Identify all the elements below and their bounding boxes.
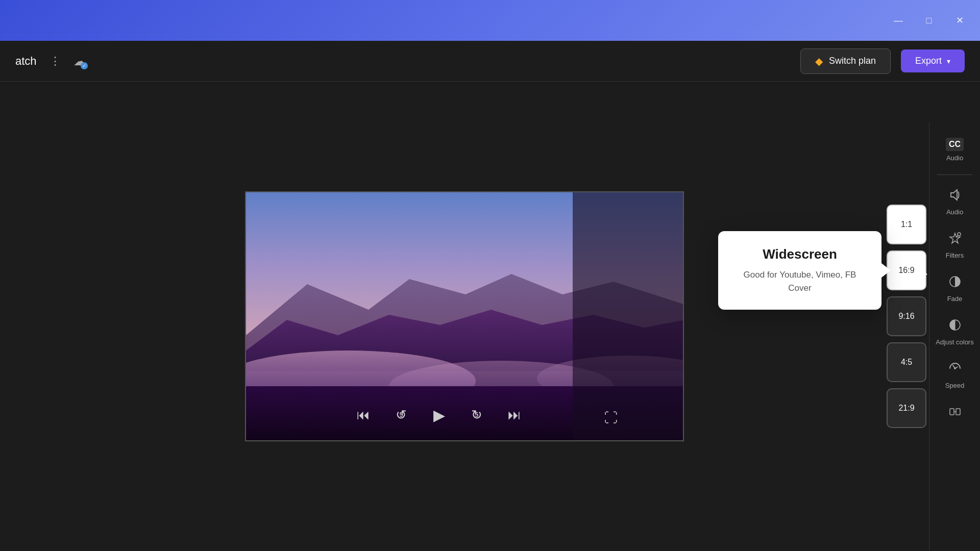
- aspect-ratio-4-5-button[interactable]: 4:5: [887, 342, 926, 382]
- menu-button[interactable]: ⋮: [47, 52, 63, 70]
- audio-label: Audio: [946, 208, 963, 216]
- switch-plan-button[interactable]: ◆ Switch plan: [800, 48, 891, 74]
- adjust-colors-label: Adjust colors: [936, 338, 973, 346]
- sidebar-item-fade[interactable]: Fade: [929, 269, 980, 308]
- playback-controls: ⏮ ↺ 5 ▶ ↻ 5 ⏭: [352, 404, 577, 426]
- sidebar-divider-1: [937, 174, 972, 175]
- aspect-ratio-1-1-label: 1:1: [901, 220, 912, 229]
- aspect-ratio-4-5-label: 4:5: [901, 358, 912, 367]
- close-button[interactable]: ✕: [949, 10, 970, 31]
- skip-forward-button[interactable]: ⏭: [503, 404, 526, 426]
- sidebar-item-audio[interactable]: Audio: [929, 183, 980, 221]
- adjust-colors-icon: [948, 318, 962, 335]
- captions-icon: CC: [946, 138, 964, 151]
- skip-back-button[interactable]: ⏮: [352, 404, 375, 426]
- maximize-button[interactable]: □: [919, 10, 939, 31]
- aspect-ratio-16-9-container: 16:9 Widescreen Good for Youtube, Vimeo,…: [887, 251, 926, 290]
- tooltip-arrow: [881, 263, 891, 278]
- app-container: atch ⋮ ☁ ✓ ◆ Switch plan Export ▾: [0, 41, 980, 551]
- more-icon: [948, 405, 962, 422]
- video-wrapper: ⏮ ↺ 5 ▶ ↻ 5 ⏭ ⛶: [245, 191, 684, 441]
- sidebar-item-speed[interactable]: Speed: [929, 356, 980, 394]
- main-content: ⏮ ↺ 5 ▶ ↻ 5 ⏭ ⛶ 1:1: [0, 82, 980, 551]
- tooltip-title: Widescreen: [736, 246, 864, 262]
- play-button[interactable]: ▶: [428, 404, 450, 426]
- aspect-ratio-panel: 1:1 16:9 Widescreen Good for Youtube, Vi…: [887, 205, 926, 428]
- rewind-seconds: 5: [400, 411, 403, 418]
- cloud-save-icon[interactable]: ☁ ✓: [74, 54, 86, 68]
- speed-icon: [948, 361, 962, 379]
- tooltip-description: Good for Youtube, Vimeo, FB Cover: [736, 268, 864, 294]
- fade-label: Fade: [947, 295, 963, 303]
- rewind-button[interactable]: ↺ 5: [390, 404, 412, 426]
- export-chevron-icon: ▾: [947, 57, 950, 65]
- aspect-ratio-1-1-button[interactable]: 1:1: [887, 205, 926, 244]
- minimize-button[interactable]: —: [888, 10, 909, 31]
- sidebar-item-adjust-colors[interactable]: Adjust colors: [929, 313, 980, 351]
- sidebar-item-more[interactable]: [929, 399, 980, 427]
- sidebar-item-captions[interactable]: CC Audio: [929, 133, 980, 167]
- audio-icon: [948, 188, 962, 205]
- aspect-ratio-21-9-label: 21:9: [898, 404, 914, 413]
- titlebar: — □ ✕: [0, 0, 980, 41]
- app-title: atch: [15, 55, 37, 68]
- aspect-ratio-16-9-label: 16:9: [898, 266, 914, 275]
- toolbar: atch ⋮ ☁ ✓ ◆ Switch plan Export ▾: [0, 41, 980, 82]
- export-label: Export: [915, 56, 942, 66]
- filters-label: Filters: [946, 252, 964, 259]
- forward-seconds: 5: [475, 411, 479, 418]
- fullscreen-button[interactable]: ⛶: [604, 410, 618, 426]
- svg-rect-15: [956, 409, 960, 415]
- export-button[interactable]: Export ▾: [901, 49, 965, 72]
- sidebar-item-filters[interactable]: Filters: [929, 226, 980, 264]
- cloud-check-icon: ✓: [81, 62, 88, 69]
- captions-label: Audio: [946, 154, 963, 162]
- filters-icon: [948, 231, 962, 248]
- aspect-ratio-tooltip: Widescreen Good for Youtube, Vimeo, FB C…: [718, 231, 881, 310]
- forward-button[interactable]: ↻ 5: [465, 404, 488, 426]
- switch-plan-label: Switch plan: [829, 56, 876, 66]
- video-area: ⏮ ↺ 5 ▶ ↻ 5 ⏭ ⛶ 1:1: [0, 82, 980, 551]
- right-sidebar: CC Audio Audio: [929, 122, 980, 551]
- aspect-ratio-16-9-button[interactable]: 16:9: [887, 251, 926, 290]
- diamond-icon: ◆: [815, 55, 823, 67]
- aspect-ratio-21-9-button[interactable]: 21:9: [887, 388, 926, 428]
- svg-rect-14: [950, 409, 954, 415]
- speed-label: Speed: [945, 382, 965, 389]
- svg-rect-7: [573, 192, 684, 441]
- aspect-ratio-9-16-label: 9:16: [898, 312, 914, 321]
- fade-icon: [948, 274, 962, 292]
- window-controls: — □ ✕: [888, 10, 970, 31]
- aspect-ratio-9-16-button[interactable]: 9:16: [887, 296, 926, 336]
